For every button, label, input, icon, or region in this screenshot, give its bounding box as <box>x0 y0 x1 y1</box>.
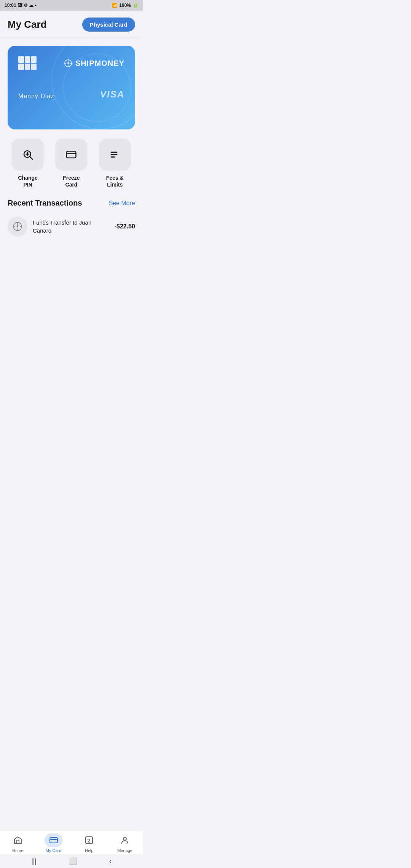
chip-cell <box>25 56 30 63</box>
transaction-item[interactable]: Funds Transfer to Juan Canaro -$22.50 <box>8 214 135 239</box>
card-holder-name: Manny Diaz <box>18 93 54 100</box>
card-bg-decoration-2 <box>63 53 131 122</box>
list-icon <box>109 149 121 160</box>
transaction-name: Funds Transfer to Juan Canaro <box>33 219 91 234</box>
page-title: My Card <box>8 19 47 30</box>
chip-cell <box>31 64 37 70</box>
chip-cell <box>31 56 37 63</box>
transaction-icon <box>8 217 27 236</box>
magnify-plus-icon <box>22 149 33 160</box>
chip-cell <box>18 64 24 70</box>
page-header: My Card Physical Card <box>0 11 143 38</box>
freeze-icon <box>65 149 77 160</box>
fees-limits-icon-box <box>99 139 131 171</box>
svg-rect-12 <box>67 151 76 158</box>
compass-transaction-icon <box>13 222 22 231</box>
card-visual: SHIPMONEY Manny Diaz VISA <box>8 46 135 129</box>
transactions-section: Recent Transactions See More Funds Trans… <box>0 199 143 239</box>
transaction-details: Funds Transfer to Juan Canaro <box>33 219 109 235</box>
status-indicators: 📶 100% 🔋 <box>112 3 138 8</box>
transactions-header: Recent Transactions See More <box>8 199 135 207</box>
header-divider <box>0 38 143 38</box>
fees-limits-label: Fees & Limits <box>106 174 124 188</box>
svg-line-9 <box>30 157 33 160</box>
freeze-card-icon-box <box>55 139 87 171</box>
chip-cell <box>18 56 24 63</box>
card-section: SHIPMONEY Manny Diaz VISA <box>0 46 143 139</box>
change-pin-label: Change PIN <box>18 174 37 188</box>
status-time: 10:01 🖼 ⚙ ☁ • <box>5 3 37 8</box>
freeze-card-label: Freeze Card <box>63 174 80 188</box>
card-chip <box>18 56 37 70</box>
actions-row: Change PIN Freeze Card Fees & Limits <box>0 139 143 199</box>
physical-card-button[interactable]: Physical Card <box>82 18 135 32</box>
transaction-amount: -$22.50 <box>115 223 135 230</box>
change-pin-icon-box <box>12 139 44 171</box>
transactions-title: Recent Transactions <box>8 199 82 207</box>
change-pin-action[interactable]: Change PIN <box>10 139 46 188</box>
freeze-card-action[interactable]: Freeze Card <box>53 139 89 188</box>
see-more-link[interactable]: See More <box>109 200 135 207</box>
fees-limits-action[interactable]: Fees & Limits <box>97 139 133 188</box>
chip-cell <box>25 64 30 70</box>
status-bar: 10:01 🖼 ⚙ ☁ • 📶 100% 🔋 <box>0 0 143 11</box>
